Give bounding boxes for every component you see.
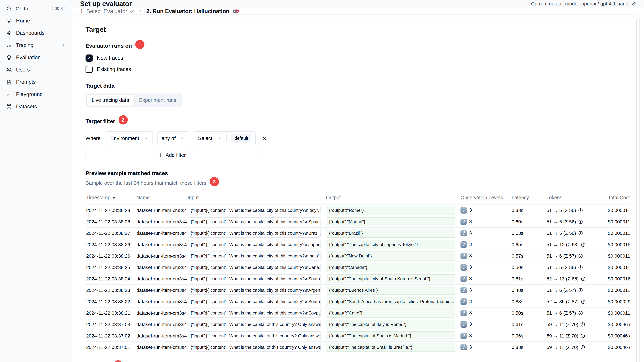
tab-experiment-runs[interactable]: Experiment runs [134,95,181,106]
info-circle-icon[interactable] [578,265,583,270]
tab-live-tracing-data[interactable]: Live tracing data [87,95,134,106]
cell-tokens: 52 → 13 (Σ 65) [546,273,607,285]
cell-output[interactable]: {"output":"South Africa has three capita… [326,297,456,306]
breadcrumb-step-1[interactable]: 1. Select Evaluator [80,8,134,14]
cell-input[interactable]: {"input":[{"content":"What is the capita… [188,252,321,261]
info-circle-icon[interactable] [578,311,583,316]
table-row[interactable]: 2024-11-22 03:38:25 dataset-run-item-cm3… [86,262,630,273]
cell-output[interactable]: {"output":"Rome"} [326,206,456,215]
info-circle-icon[interactable] [581,242,586,247]
info-circle-icon[interactable] [578,254,583,259]
column-header-input[interactable]: Input [187,195,325,205]
column-header-tokens[interactable]: Tokens [546,195,607,205]
cell-output[interactable]: {"output":"Madrid"} [326,217,456,226]
table-row[interactable]: 2024-11-22 03:38:23 dataset-run-item-cm3… [86,285,630,296]
cell-input[interactable]: {"input":[{"content":"What is the capita… [188,343,321,352]
cell-observation-levels: i3 [460,228,511,239]
cell-total-cost: $0.000011 ( [607,285,630,296]
annotation-badge-2: 2 [118,115,128,124]
info-circle-icon[interactable] [578,231,583,236]
table-row[interactable]: 2024-11-22 03:37:01 dataset-run-item-cm3… [86,342,630,353]
sidebar-item-label: Datasets [16,103,37,110]
step1-label: 1. Select Evaluator [80,8,127,14]
sidebar-item-users[interactable]: Users [4,64,68,76]
table-row[interactable]: 2024-11-22 03:37:03 dataset-run-item-cm3… [86,319,630,330]
table-row[interactable]: 2024-11-22 03:37:02 dataset-run-item-cm3… [86,330,630,342]
cell-output[interactable]: {"output":"The capital city of South Kor… [326,274,456,283]
cell-output[interactable]: {"output":"The capital city of Japan is … [326,240,456,249]
cell-input[interactable]: {"input":[{"content":"What is the capita… [188,309,321,318]
cell-output[interactable]: {"output":"The capital of Spain is Madri… [326,331,456,340]
column-header-observation-levels[interactable]: Observation Levels [460,195,511,205]
sidebar-item-label: Home [16,18,30,24]
cell-input[interactable]: {"input":[{"content":"What is the capita… [188,217,321,226]
table-row[interactable]: 2024-11-22 03:38:21 dataset-run-item-cm3… [86,307,630,319]
table-row[interactable]: 2024-11-22 03:38:26 dataset-run-item-cm3… [86,239,630,250]
cell-name: dataset-run-item-cm3s4 [136,330,187,342]
info-circle-icon[interactable] [580,345,585,350]
plus-icon [158,153,163,158]
column-header-timestamp[interactable]: Timestamp ▼ [86,195,136,205]
cell-timestamp: 2024-11-22 03:38:23 [86,285,136,296]
cell-total-cost: $0.00046 ( [607,342,630,353]
cell-latency: 0.61s [511,319,546,330]
info-badge-icon: i [460,310,467,316]
table-row[interactable]: 2024-11-22 03:38:28 dataset-run-item-cm3… [86,205,630,216]
remove-filter-button[interactable] [260,134,268,142]
cell-output[interactable]: {"output":"New Delhi"} [326,252,456,261]
info-circle-icon[interactable] [578,219,583,224]
info-circle-icon[interactable] [580,333,585,338]
add-filter-button[interactable]: Add filter [86,150,258,160]
table-row[interactable]: 2024-11-22 03:38:27 dataset-run-item-cm3… [86,228,630,239]
cell-input[interactable]: {"input":[{"content":"What is the capita… [188,263,321,272]
new-traces-checkbox[interactable]: ✓ [86,54,93,62]
filter-column-select[interactable]: Environment [106,131,153,145]
cell-name: dataset-run-item-cm3s4 [136,205,187,216]
cell-input[interactable]: {"input":[{"content":"What is the capita… [188,320,321,329]
info-circle-icon[interactable] [578,288,583,293]
existing-traces-checkbox[interactable] [86,66,93,73]
target-heading: Target [86,26,630,33]
info-circle-icon[interactable] [581,276,586,281]
cell-output[interactable]: {"output":"The capital of Brazil is Bras… [326,343,456,352]
cell-input[interactable]: {"input":[{"content":"What is the capita… [188,331,321,340]
sidebar-item-playground[interactable]: Playground [4,88,68,100]
filter-operator-select[interactable]: any of [157,131,189,145]
filter-row: Where Environment any of [86,131,630,145]
cell-input[interactable]: {"input":[{"content":"What is the capita… [188,240,321,249]
sidebar-item-dashboards[interactable]: Dashboards [4,27,68,39]
table-row[interactable]: 2024-11-22 03:38:24 dataset-run-item-cm3… [86,273,630,285]
sidebar-item-home[interactable]: Home [4,15,68,27]
cell-input[interactable]: {"input":[{"content":"What is the capita… [188,297,321,306]
sidebar-item-datasets[interactable]: Datasets [4,100,68,113]
table-row[interactable]: 2024-11-22 03:38:26 dataset-run-item-cm3… [86,250,630,262]
cell-input[interactable]: {"input":[{"content":"What is the capita… [188,206,321,215]
info-badge-icon: i [460,287,467,293]
cell-output[interactable]: {"output":"The capital of Italy is Rome.… [326,320,456,329]
cell-output[interactable]: {"output":"Buenos Aires"} [326,286,456,295]
info-circle-icon[interactable] [581,299,586,304]
selected-value-chip[interactable]: default [231,134,251,142]
cell-input[interactable]: {"input":[{"content":"What is the capita… [188,286,321,295]
column-header-output[interactable]: Output [325,195,460,205]
table-row[interactable]: 2024-11-22 03:38:28 dataset-run-item-cm3… [86,216,630,228]
edit-pencil-icon[interactable] [632,1,636,6]
cell-input[interactable]: {"input":[{"content":"What is the capita… [188,229,321,238]
info-circle-icon[interactable] [578,208,583,213]
table-row[interactable]: 2024-11-22 03:38:22 dataset-run-item-cm3… [86,296,630,307]
column-header-name[interactable]: Name [136,195,187,205]
cell-output[interactable]: {"output":"Brazil"} [326,229,456,238]
cell-latency: 0.60s [511,216,546,228]
cell-input[interactable]: {"input":[{"content":"What is the capita… [188,274,321,283]
sidebar-item-prompts[interactable]: Prompts [4,76,68,88]
column-header-latency[interactable]: Latency [511,195,546,205]
cell-output[interactable]: {"output":"Cairo"} [326,309,456,318]
column-header-total-cost[interactable]: Total Cost [607,195,630,205]
cell-output[interactable]: {"output":"Canada"} [326,263,456,272]
sidebar-item-tracing[interactable]: Tracing [4,39,68,51]
sidebar-item-evaluation[interactable]: Evaluation [4,51,68,64]
cell-total-cost: $0.000011 ( [607,216,630,228]
goto-search-button[interactable]: Go to... ⌘ K [4,3,68,15]
filter-value-select[interactable]: Select default [194,131,256,145]
info-circle-icon[interactable] [580,322,585,327]
